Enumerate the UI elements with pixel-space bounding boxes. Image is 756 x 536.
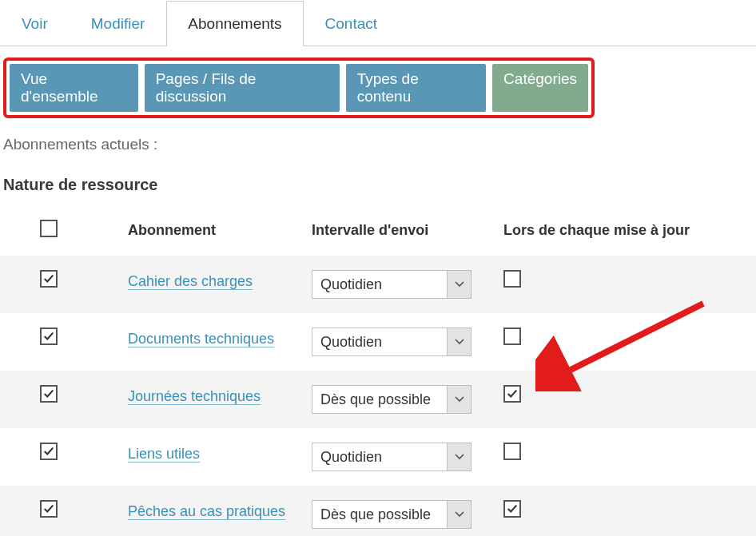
subscription-link[interactable]: Liens utiles	[128, 443, 200, 466]
col-header-subscription: Abonnement	[120, 205, 304, 256]
col-header-interval: Intervalle d'envoi	[304, 205, 495, 256]
subnav-pages[interactable]: Pages / Fils de discussion	[145, 64, 340, 112]
table-row: Pêches au cas pratiquesDès que possible	[0, 486, 756, 536]
subscription-link[interactable]: Documents techniques	[128, 328, 274, 351]
interval-select-value: Quotidien	[312, 328, 447, 355]
col-header-on-update: Lors de chaque mise à jour	[495, 205, 756, 256]
section-title: Nature de ressource	[3, 176, 756, 194]
subscription-link[interactable]: Journées techniques	[128, 385, 261, 408]
on-update-checkbox[interactable]	[503, 500, 521, 518]
primary-tabs: Voir Modifier Abonnements Contact	[0, 0, 756, 46]
interval-select-value: Quotidien	[312, 443, 447, 470]
interval-select-value: Quotidien	[312, 271, 447, 298]
select-all-checkbox[interactable]	[40, 220, 58, 237]
subscriptions-table: Abonnement Intervalle d'envoi Lors de ch…	[0, 205, 756, 536]
chevron-down-icon	[447, 328, 471, 355]
row-select-checkbox[interactable]	[40, 385, 58, 403]
subscription-link[interactable]: Pêches au cas pratiques	[128, 500, 285, 523]
chevron-down-icon	[447, 443, 471, 470]
interval-select[interactable]: Dès que possible	[312, 500, 472, 529]
on-update-checkbox[interactable]	[503, 270, 521, 288]
subnav-highlight-box: Vue d'ensemble Pages / Fils de discussio…	[3, 58, 595, 118]
table-row: Journées techniquesDès que possible	[0, 371, 756, 428]
on-update-checkbox[interactable]	[503, 385, 521, 403]
tab-edit[interactable]: Modifier	[70, 1, 167, 46]
tab-contact[interactable]: Contact	[304, 1, 399, 46]
current-subscriptions-label: Abonnements actuels :	[3, 136, 756, 153]
interval-select-value: Dès que possible	[312, 501, 447, 528]
table-row: Documents techniquesQuotidien	[0, 313, 756, 371]
tab-subscriptions[interactable]: Abonnements	[166, 1, 303, 46]
subnav-overview[interactable]: Vue d'ensemble	[10, 64, 138, 112]
on-update-checkbox[interactable]	[503, 328, 521, 345]
interval-select[interactable]: Quotidien	[312, 443, 472, 471]
tab-view[interactable]: Voir	[0, 1, 70, 46]
on-update-checkbox[interactable]	[503, 443, 521, 460]
chevron-down-icon	[447, 386, 471, 413]
table-row: Liens utilesQuotidien	[0, 428, 756, 486]
subnav-content-types[interactable]: Types de contenu	[346, 64, 486, 112]
subnav-categories[interactable]: Catégories	[492, 64, 588, 112]
table-row: Cahier des chargesQuotidien	[0, 256, 756, 313]
row-select-checkbox[interactable]	[40, 443, 58, 460]
interval-select-value: Dès que possible	[312, 386, 447, 413]
chevron-down-icon	[447, 501, 471, 528]
chevron-down-icon	[447, 271, 471, 298]
row-select-checkbox[interactable]	[40, 500, 58, 518]
interval-select[interactable]: Dès que possible	[312, 385, 472, 414]
interval-select[interactable]: Quotidien	[312, 328, 472, 356]
interval-select[interactable]: Quotidien	[312, 270, 472, 299]
row-select-checkbox[interactable]	[40, 270, 58, 288]
subscription-link[interactable]: Cahier des charges	[128, 270, 253, 293]
row-select-checkbox[interactable]	[40, 328, 58, 345]
